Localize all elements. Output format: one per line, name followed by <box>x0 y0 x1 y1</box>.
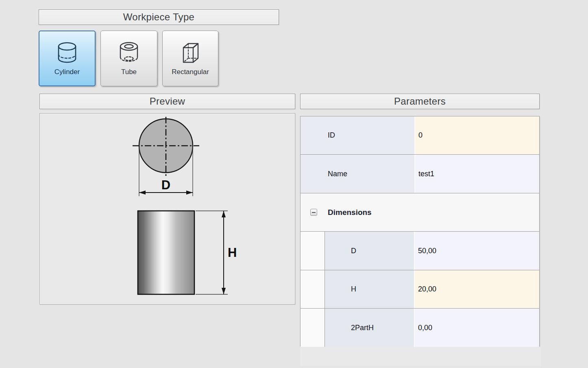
preview-header: Preview <box>39 94 295 109</box>
preview-title: Preview <box>150 96 185 107</box>
minus-box-icon[interactable] <box>310 209 317 216</box>
param-label: D <box>351 247 356 255</box>
param-label-cell: 2PartH <box>325 309 414 347</box>
row-indent-gutter <box>301 309 325 347</box>
param-row-id: ID 0 <box>301 116 539 155</box>
d-dimension-label: D <box>161 178 170 192</box>
parameters-title: Parameters <box>394 96 446 107</box>
h-dimension-label: H <box>228 245 237 260</box>
preview-panel: D H <box>39 113 295 304</box>
cylinder-button-label: Cylinder <box>54 68 80 76</box>
param-label: Name <box>328 170 347 178</box>
param-row-h: H 20,00 <box>301 270 539 309</box>
param-label: ID <box>328 131 335 140</box>
cylinder-3d-icon <box>54 41 81 65</box>
workpiece-setup-screen: { "workpiece_type": { "title": "Workpiec… <box>0 0 588 368</box>
param-row-d: D 50,00 <box>301 232 539 270</box>
box-3d-icon <box>177 41 204 65</box>
param-label-cell: D <box>325 232 414 270</box>
param-label-cell: ID <box>301 116 414 154</box>
param-value: 50,00 <box>418 247 436 255</box>
parameters-panel-footer <box>300 347 541 366</box>
group-label: Dimensions <box>328 208 372 217</box>
h-dimension: H <box>196 211 237 294</box>
param-value-cell[interactable]: 50,00 <box>414 232 539 270</box>
param-label-cell: H <box>325 270 414 308</box>
param-value-cell[interactable]: 0 <box>414 116 539 154</box>
parameters-table: ID 0 Name test1 Dimensions D 50,00 H <box>300 116 540 346</box>
side-view-cylinder <box>138 211 194 294</box>
param-label: 2PartH <box>351 324 374 332</box>
rectangular-button-label: Rectangular <box>172 68 209 76</box>
param-value-cell[interactable]: test1 <box>414 155 539 193</box>
param-value: 0 <box>418 131 422 140</box>
tube-type-button[interactable]: Tube <box>100 31 157 86</box>
cylinder-type-button[interactable]: Cylinder <box>39 31 96 86</box>
param-value: 20,00 <box>418 285 436 294</box>
param-label-cell: Name <box>301 155 414 193</box>
tube-3d-icon <box>115 41 142 65</box>
param-row-2parth: 2PartH 0,00 <box>301 309 539 347</box>
workpiece-type-title: Workpiece Type <box>123 11 194 23</box>
top-view-circle <box>133 117 199 178</box>
param-group-dimensions[interactable]: Dimensions <box>301 193 539 232</box>
workpiece-type-header: Workpiece Type <box>39 9 279 25</box>
parameters-header: Parameters <box>300 94 540 109</box>
param-value: test1 <box>418 170 434 178</box>
param-label: H <box>351 285 356 294</box>
param-value: 0,00 <box>418 324 432 332</box>
row-indent-gutter <box>301 270 325 308</box>
workpiece-preview-drawing: D H <box>40 114 295 304</box>
param-row-name: Name test1 <box>301 155 539 193</box>
row-indent-gutter <box>301 232 325 270</box>
rectangular-type-button[interactable]: Rectangular <box>162 31 218 86</box>
param-value-cell[interactable]: 20,00 <box>414 270 539 308</box>
tube-button-label: Tube <box>121 68 137 76</box>
param-value-cell[interactable]: 0,00 <box>414 309 539 347</box>
